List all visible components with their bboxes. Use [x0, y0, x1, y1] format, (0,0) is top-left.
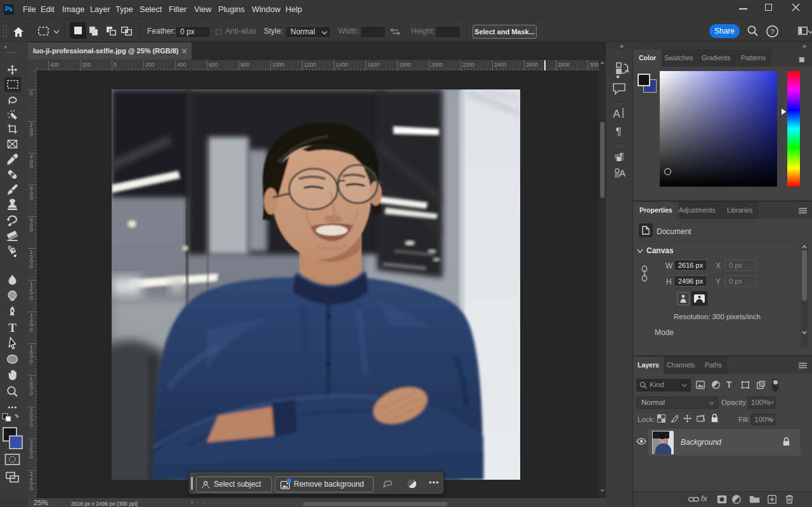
svg-text:¶: ¶	[615, 126, 621, 138]
svg-text:?: ?	[770, 28, 774, 36]
svg-text:T: T	[8, 321, 16, 334]
svg-text:A: A	[619, 168, 625, 178]
svg-text:A: A	[613, 108, 620, 120]
